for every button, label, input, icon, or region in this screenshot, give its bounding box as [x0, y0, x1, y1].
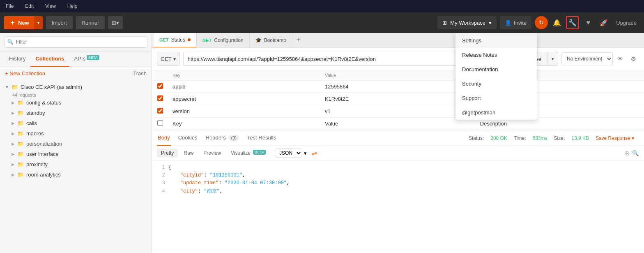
settings-wrench-button[interactable]: 🔧: [566, 16, 579, 29]
invite-button[interactable]: 👤 Invite: [500, 16, 531, 29]
save-dropdown-button[interactable]: ▾: [547, 52, 558, 66]
folder-item-personalization[interactable]: ▶ 📁 personalization: [0, 139, 152, 149]
folder-icon-proximity: 📁: [17, 161, 24, 167]
new-dropdown-button[interactable]: ▾: [34, 16, 43, 29]
folder-item-room-analytics[interactable]: ▶ 📁 room analytics: [0, 169, 152, 180]
sidebar-search-section: 🔍: [0, 33, 152, 51]
code-tab-raw[interactable]: Raw: [179, 149, 198, 158]
wrap-lines-button[interactable]: ⇌: [312, 149, 317, 157]
folder-item-proximity[interactable]: ▶ 📁 proximity: [0, 159, 152, 169]
row3-key[interactable]: version: [168, 105, 321, 118]
collection-arrow-icon: ▼: [5, 85, 9, 89]
row2-key[interactable]: appsecret: [168, 93, 321, 105]
search-code-button[interactable]: 🔍: [632, 150, 639, 156]
dropdown-item-documentation[interactable]: Documentation: [455, 62, 537, 77]
sidebar-content: ▼ 📁 Cisco CE xAPI (as admin) 44 requests…: [0, 80, 152, 253]
env-eye-button[interactable]: 👁: [614, 53, 626, 65]
collection-header[interactable]: ▼ 📁 Cisco CE xAPI (as admin): [0, 81, 152, 93]
folder-arrow-icon-personalization: ▶: [12, 142, 15, 146]
row1-value[interactable]: 12595864: [321, 81, 476, 93]
menu-edit[interactable]: Edit: [23, 2, 36, 11]
dropdown-item-support[interactable]: Support: [455, 91, 537, 105]
request-tabs: GET Status GET Configuration 🎓 Bootcamp …: [152, 33, 644, 48]
runner-button[interactable]: Runner: [76, 16, 105, 29]
menu-file[interactable]: File: [3, 2, 16, 11]
copy-button[interactable]: ⎘: [626, 150, 629, 156]
new-collection-button[interactable]: + New Collection: [5, 70, 45, 77]
rocket-button[interactable]: 🚀: [597, 16, 610, 29]
request-tab-configuration[interactable]: GET Configuration: [197, 33, 250, 48]
menu-view[interactable]: View: [43, 2, 58, 11]
collection-subtitle: 44 requests: [12, 93, 152, 97]
folder-arrow-icon: ▶: [12, 100, 15, 105]
trash-button[interactable]: Trash: [133, 70, 147, 77]
row1-key[interactable]: appid: [168, 81, 321, 93]
folder-item-calls[interactable]: ▶ 📁 calls: [0, 118, 152, 128]
request-tab-bootcamp[interactable]: 🎓 Bootcamp: [250, 33, 292, 48]
row2-checkbox[interactable]: [157, 95, 163, 101]
status-label: Status:: [469, 135, 484, 141]
row2-value[interactable]: K1Rv8t2E: [321, 93, 476, 105]
dropdown-item-getpostman[interactable]: @getpostman: [455, 105, 537, 120]
folder-label-calls: calls: [26, 120, 37, 126]
bottom-tab-test-results[interactable]: Test Results: [246, 130, 277, 146]
row4-value[interactable]: Value: [321, 118, 476, 130]
row3-value[interactable]: v1: [321, 105, 476, 118]
code-tab-pretty[interactable]: Pretty: [157, 149, 178, 158]
col-key: Key: [168, 70, 321, 81]
folder-item-user-interface[interactable]: ▶ 📁 user interface: [0, 149, 152, 159]
row4-checkbox[interactable]: [157, 120, 163, 126]
bottom-tab-headers[interactable]: Headers (9): [205, 130, 240, 146]
bottom-tab-cookies[interactable]: Cookies: [177, 130, 198, 146]
layout-button[interactable]: ⊞▾: [108, 16, 123, 29]
search-input[interactable]: [4, 36, 147, 48]
row4-key[interactable]: Key: [168, 118, 321, 130]
env-select[interactable]: No Environment: [561, 52, 613, 65]
folder-item-macros[interactable]: ▶ 📁 macros: [0, 128, 152, 139]
heart-button[interactable]: ♥: [582, 16, 595, 29]
notification-button[interactable]: 🔔: [550, 16, 564, 29]
request-tab-status[interactable]: GET Status: [154, 33, 197, 48]
new-button-wrapper: ＋ New ▾: [4, 16, 43, 29]
wrap-icon: ⇌: [312, 150, 317, 157]
row1-checkbox[interactable]: [157, 83, 163, 89]
params-section: Key Value Description appid 12595864 ap: [152, 70, 644, 130]
workspace-selector[interactable]: ⊞ My Workspace ▾: [437, 16, 497, 29]
row3-checkbox[interactable]: [157, 108, 163, 114]
method-select[interactable]: GET ▾: [157, 52, 180, 66]
table-row: appid 12595864: [152, 81, 644, 93]
folder-item-config[interactable]: ▶ 📁 config & status: [0, 97, 152, 108]
new-tab-button[interactable]: +: [292, 36, 305, 44]
new-button[interactable]: ＋ New: [4, 16, 34, 29]
folder-arrow-icon-room: ▶: [12, 172, 15, 177]
sync-button[interactable]: ↻: [535, 16, 548, 29]
tab-apis[interactable]: APIsBETA: [69, 51, 104, 67]
dropdown-item-security[interactable]: Security: [455, 77, 537, 91]
code-tab-visualize[interactable]: Visualize BETA: [227, 149, 270, 158]
format-select[interactable]: JSON: [275, 149, 302, 158]
code-tab-preview[interactable]: Preview: [199, 149, 225, 158]
save-response-button[interactable]: Save Response ▾: [596, 135, 634, 141]
menu-help[interactable]: Help: [65, 2, 80, 11]
tab-history[interactable]: History: [4, 51, 30, 67]
tab-collections[interactable]: Collections: [30, 51, 69, 67]
import-button[interactable]: Import: [46, 16, 73, 29]
dropdown-item-release-notes[interactable]: Release Notes: [455, 48, 537, 62]
folder-item-standby[interactable]: ▶ 📁 standby: [0, 108, 152, 118]
url-input[interactable]: [183, 52, 477, 66]
folder-label-room: room analytics: [26, 172, 61, 178]
wrench-icon: 🔧: [568, 19, 577, 27]
folder-icon-config: 📁: [17, 100, 24, 106]
line-num-1: 1: [157, 164, 165, 172]
unsaved-dot: [188, 38, 191, 41]
env-settings-button[interactable]: ⚙: [628, 53, 639, 65]
code-area: 1 { 2 "cityid": "101190101", 3 "update_t…: [152, 160, 644, 253]
code-format-selector: JSON ▾: [275, 149, 307, 158]
folder-arrow-icon-ui: ▶: [12, 152, 15, 156]
folder-label-standby: standby: [26, 110, 45, 116]
sidebar-actions: + New Collection Trash: [0, 67, 152, 80]
format-chevron-icon: ▾: [304, 150, 307, 156]
dropdown-item-settings[interactable]: Settings: [455, 33, 537, 48]
bottom-tab-body[interactable]: Body: [157, 130, 171, 146]
upgrade-button[interactable]: Upgrade: [613, 20, 640, 26]
